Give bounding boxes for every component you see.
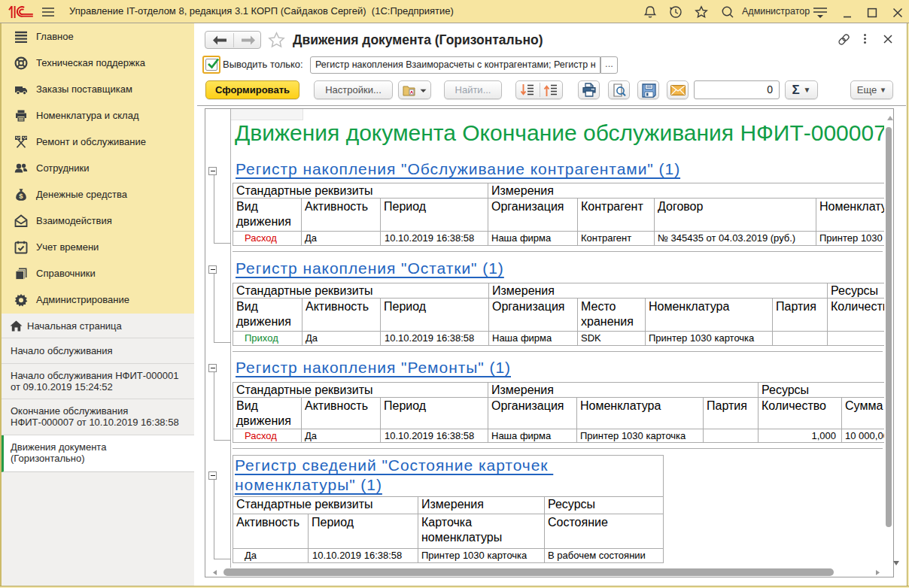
svg-text:$: $ — [19, 192, 23, 200]
